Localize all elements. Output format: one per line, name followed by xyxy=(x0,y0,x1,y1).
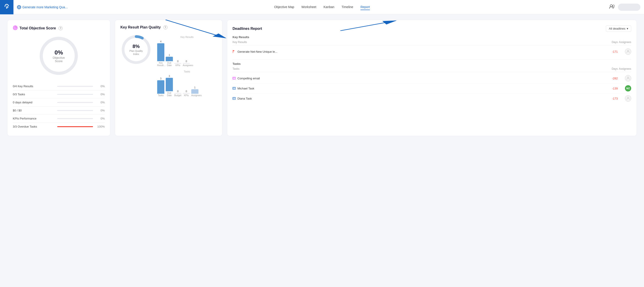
deadline-row: Generate Net-New Unique le... -171 xyxy=(232,47,631,56)
bar-col: 0 KPIs xyxy=(183,90,190,97)
bar-col: 3 Tasks xyxy=(157,77,164,97)
quality-help-icon[interactable]: ? xyxy=(164,25,168,29)
bar xyxy=(157,43,164,61)
bar xyxy=(183,63,190,64)
tasks-section: Tasks Tasks Days Assignees Compelling em… xyxy=(232,62,631,103)
flag-icon xyxy=(232,50,236,53)
stat-bar xyxy=(57,110,93,111)
bar xyxy=(183,93,190,94)
circle-chart-text: 0% Objective Score xyxy=(49,49,69,63)
col-assignees: Assignees xyxy=(618,67,631,70)
bar xyxy=(191,89,198,94)
assignee-avatar-empty xyxy=(625,95,631,102)
objective-icon xyxy=(13,25,18,31)
tab-kanban[interactable]: Kanban xyxy=(324,4,334,10)
logo-box xyxy=(0,0,14,14)
tab-timeline[interactable]: Timeline xyxy=(342,4,353,10)
stat-row: KPIs Performance 0% xyxy=(13,114,105,123)
bar-col: 0 Assignees xyxy=(183,60,190,66)
stat-label: 0 days delayed xyxy=(13,101,54,104)
small-donut: 8% Plan QualityIndex xyxy=(120,34,152,65)
deadline-row: Compelling email -282 xyxy=(232,73,631,84)
nav-tabs: Objective Map Worksheet Kanban Timeline … xyxy=(274,4,370,10)
stat-bar xyxy=(57,94,93,95)
col-name: Tasks xyxy=(232,67,604,70)
kr-section: Key Results Key Results Days Assignees G… xyxy=(232,36,631,56)
deadline-task-name: Michael Task xyxy=(238,87,604,90)
kr-section-label: Key Results xyxy=(232,36,631,39)
stat-label: 0/3 Tasks xyxy=(13,92,54,96)
bar-col: 0 KPIs xyxy=(174,60,182,66)
tasks-bars: 3 Tasks 3 Due Date 0 xyxy=(157,75,217,97)
deadline-assignee xyxy=(618,95,631,102)
assignee-avatar-empty xyxy=(625,75,631,82)
svg-point-19 xyxy=(628,97,629,98)
stat-bar-overdue xyxy=(57,126,93,127)
stat-row: 0/4 Key Results 0% xyxy=(13,82,105,90)
svg-point-9 xyxy=(15,27,16,28)
deadline-assignee xyxy=(618,75,631,82)
deadline-cols: Key Results Days Assignees xyxy=(232,40,631,45)
stat-label: 0/4 Key Results xyxy=(13,84,54,88)
deadline-cols: Tasks Days Assignees xyxy=(232,67,631,72)
deadline-task-name: Compelling email xyxy=(238,77,604,80)
bar-col: 3 Due Date xyxy=(166,75,173,97)
breadcrumb-icon xyxy=(17,5,21,9)
assignee-avatar-empty xyxy=(625,48,631,55)
bar-col: 1 Assignees xyxy=(191,86,198,97)
kr-section-label: Key Results xyxy=(157,36,217,38)
svg-rect-17 xyxy=(233,87,236,90)
col-name: Key Results xyxy=(232,40,604,44)
col-days: Days xyxy=(604,67,618,70)
objective-score-title: Total Objective Score ? xyxy=(13,25,105,31)
logo-icon xyxy=(3,3,10,12)
team-icon[interactable] xyxy=(609,4,615,10)
bar-col: 4 Key Result... xyxy=(157,40,164,66)
objective-help-icon[interactable]: ? xyxy=(58,26,62,30)
stat-pct: 0% xyxy=(96,92,105,96)
task-icon-pink xyxy=(232,77,236,80)
chevron-down-icon: ▾ xyxy=(627,27,628,30)
circle-chart: 0% Objective Score xyxy=(38,36,79,76)
tab-objective-map[interactable]: Objective Map xyxy=(274,4,294,10)
donut-pct: 8% xyxy=(130,44,142,49)
bar-col: 1 Due Date xyxy=(166,54,173,66)
svg-rect-15 xyxy=(233,77,236,79)
deadlines-card: Deadlines Report All deadlines ▾ Key Res… xyxy=(227,20,637,136)
tab-report[interactable]: Report xyxy=(360,4,370,10)
plan-quality-card: Key Result Plan Quality ? 8% Plan Qualit… xyxy=(115,20,222,136)
deadline-task-name: Diana Task xyxy=(238,97,604,100)
tasks-section-label: Tasks xyxy=(232,62,631,66)
donut-text: 8% Plan QualityIndex xyxy=(130,44,142,56)
stat-row: $0 / $0 0% xyxy=(13,106,105,114)
deadlines-dropdown[interactable]: All deadlines ▾ xyxy=(606,25,631,32)
task-icon-blue xyxy=(232,87,236,90)
svg-rect-18 xyxy=(233,97,236,100)
task-icon-blue2 xyxy=(232,97,236,100)
svg-point-0 xyxy=(6,7,8,8)
stat-pct: 0% xyxy=(96,84,105,88)
header: Generate more Marketing Qua... Objective… xyxy=(0,0,644,14)
breadcrumb[interactable]: Generate more Marketing Qua... xyxy=(17,5,68,9)
objective-score-card: Total Objective Score ? 0% Objective Sco… xyxy=(7,20,110,136)
deadline-assignee: MZ xyxy=(618,85,631,92)
deadlines-header: Deadlines Report All deadlines ▾ xyxy=(232,25,631,32)
deadline-days: -139 xyxy=(604,87,618,90)
col-assignees: Assignees xyxy=(618,40,631,44)
stat-label-overdue: 3/3 Overdue Tasks xyxy=(13,125,54,128)
tasks-section-label: Tasks xyxy=(157,70,217,73)
deadline-row: Diana Task -173 xyxy=(232,94,631,103)
section-divider xyxy=(232,59,631,60)
deadlines-title: Deadlines Report xyxy=(232,27,262,31)
stat-pct: 0% xyxy=(96,101,105,104)
stat-label: $0 / $0 xyxy=(13,109,54,112)
user-avatar xyxy=(618,4,640,11)
main-content: Total Objective Score ? 0% Objective Sco… xyxy=(0,14,644,142)
stat-pct: 0% xyxy=(96,109,105,112)
stat-label: KPIs Performance xyxy=(13,117,54,120)
bar-col: 0 Budget xyxy=(174,90,182,97)
svg-point-2 xyxy=(18,7,20,8)
kr-bars: 4 Key Result... 1 Due Date 0 xyxy=(157,40,217,66)
tab-worksheet[interactable]: Worksheet xyxy=(301,4,316,10)
circle-pct: 0% xyxy=(49,49,69,56)
